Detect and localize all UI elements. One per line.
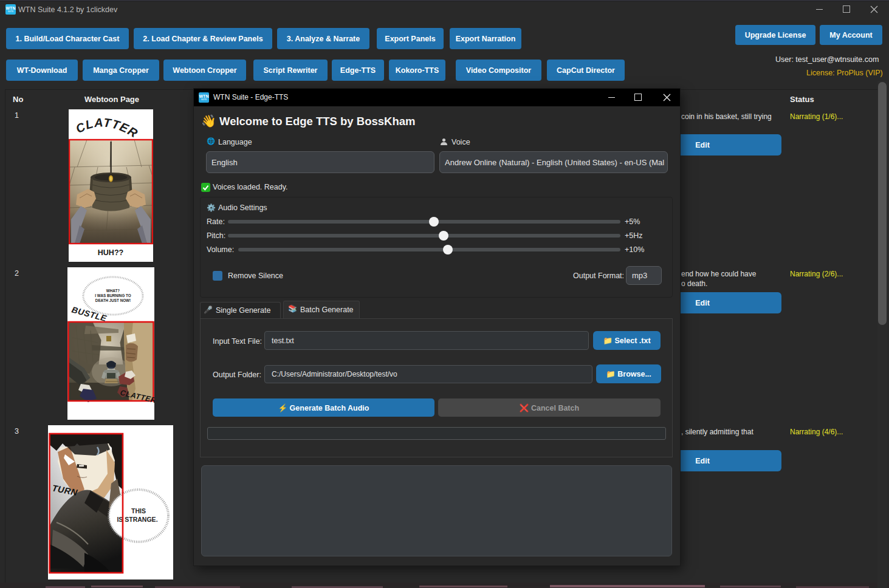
svg-text:DEATH JUST NOW!: DEATH JUST NOW! [95,298,131,303]
svg-text:THIS: THIS [131,507,146,514]
svg-text:HUH??: HUH?? [98,248,123,257]
svg-text:WHAT?: WHAT? [106,289,120,293]
svg-text:I WAS BURNING TO: I WAS BURNING TO [95,293,131,298]
